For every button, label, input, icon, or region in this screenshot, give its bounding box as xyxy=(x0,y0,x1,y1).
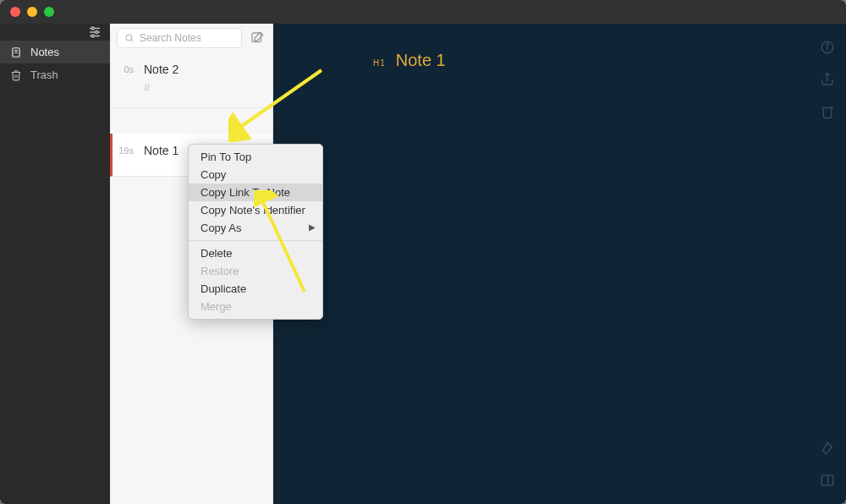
ctx-copy-as[interactable]: Copy As▶ xyxy=(189,219,322,237)
note-body: Note 2 # xyxy=(144,63,264,94)
maximize-window-icon[interactable] xyxy=(44,7,54,17)
sidebar-top xyxy=(0,24,110,41)
editor-pane[interactable]: H1 Note 1 xyxy=(273,24,846,504)
list-toolbar: Search Notes xyxy=(110,24,272,41)
ctx-separator xyxy=(189,240,322,241)
ctx-copy-note-identifier[interactable]: Copy Note's Identifier xyxy=(189,201,322,219)
editor-bottom-icons xyxy=(819,440,836,489)
svg-point-3 xyxy=(96,31,98,34)
note-icon xyxy=(10,47,22,58)
editor-right-icons xyxy=(819,39,836,120)
context-menu: Pin To Top Copy Copy Link To Note Copy N… xyxy=(188,144,323,320)
note-subtitle: # xyxy=(144,81,264,94)
ctx-delete[interactable]: Delete xyxy=(189,244,322,262)
note-row[interactable]: 0s Note 2 # xyxy=(110,52,272,108)
panel-icon[interactable] xyxy=(819,472,836,489)
sidebar-item-notes[interactable]: Notes xyxy=(0,41,110,63)
sidebar-item-trash[interactable]: Trash xyxy=(0,63,110,86)
close-window-icon[interactable] xyxy=(10,7,20,17)
editor-title[interactable]: Note 1 xyxy=(396,51,446,70)
ctx-merge: Merge xyxy=(189,298,322,315)
sidebar-item-label: Trash xyxy=(30,68,58,81)
note-time: 19s xyxy=(118,144,134,156)
editor-title-row: H1 Note 1 xyxy=(373,51,446,70)
ctx-restore: Restore xyxy=(189,262,322,280)
trash-icon[interactable] xyxy=(819,103,836,120)
titlebar[interactable] xyxy=(0,0,846,24)
svg-point-14 xyxy=(827,44,828,46)
trash-icon xyxy=(10,69,22,81)
pen-icon[interactable] xyxy=(819,440,836,457)
app-window: Notes Trash Search Notes xyxy=(0,0,846,504)
ctx-duplicate[interactable]: Duplicate xyxy=(189,280,322,298)
settings-icon[interactable] xyxy=(86,24,103,41)
svg-point-5 xyxy=(91,35,94,37)
chevron-right-icon: ▶ xyxy=(309,222,316,232)
window-controls xyxy=(10,7,54,17)
ctx-copy[interactable]: Copy xyxy=(189,166,322,184)
app-body: Notes Trash Search Notes xyxy=(0,24,846,504)
share-icon[interactable] xyxy=(819,71,836,88)
sidebar: Notes Trash xyxy=(0,24,110,504)
minimize-window-icon[interactable] xyxy=(27,7,37,17)
ctx-pin-to-top[interactable]: Pin To Top xyxy=(189,148,322,166)
note-title: Note 2 xyxy=(144,63,264,76)
note-time: 0s xyxy=(118,63,134,74)
svg-point-9 xyxy=(126,35,132,41)
sidebar-item-label: Notes xyxy=(30,46,59,58)
heading-tag: H1 xyxy=(373,58,386,68)
ctx-copy-link-to-note[interactable]: Copy Link To Note xyxy=(189,184,322,201)
info-icon[interactable] xyxy=(819,39,836,56)
svg-point-1 xyxy=(91,27,94,30)
